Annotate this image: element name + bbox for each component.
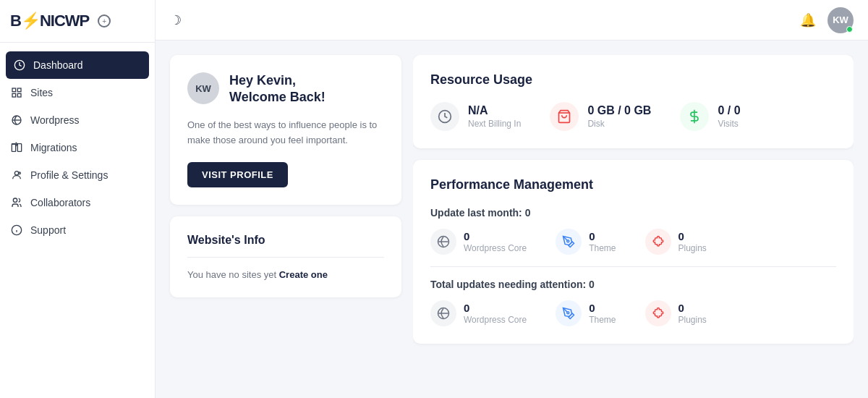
wp-core-info: 0 Wordpress Core <box>464 230 527 253</box>
create-site-link[interactable]: Create one <box>279 269 328 280</box>
sidebar-item-dashboard[interactable]: Dashboard <box>6 51 149 79</box>
svg-point-16 <box>567 240 569 242</box>
welcome-quote: One of the best ways to influence people… <box>187 118 384 148</box>
add-site-icon[interactable]: + <box>98 14 111 27</box>
plugins2-info: 0 Plugins <box>678 302 707 325</box>
svg-rect-2 <box>17 88 21 92</box>
wp-core2-info: 0 Wordpress Core <box>464 302 527 325</box>
dashboard-icon <box>13 59 26 72</box>
attention-items: 0 Wordpress Core 0 Theme <box>430 300 836 326</box>
websites-info-card: Website's Info You have no sites yet Cre… <box>170 216 401 297</box>
migrations-icon <box>10 141 23 154</box>
plugins-info: 0 Plugins <box>678 230 707 253</box>
sidebar-item-wordpress[interactable]: Wordpress <box>0 106 155 134</box>
welcome-avatar: KW <box>187 72 219 104</box>
welcome-card: KW Hey Kevin, Welcome Back! One of the b… <box>170 55 401 205</box>
svg-point-10 <box>13 198 17 202</box>
svg-point-18 <box>567 312 569 314</box>
svg-point-8 <box>14 172 18 175</box>
sites-icon <box>10 86 23 99</box>
resource-usage-card: Resource Usage N/A Next Billing In <box>413 55 854 148</box>
plugins2-count: 0 <box>678 302 707 314</box>
profile-settings-label: Profile & Settings <box>30 169 108 181</box>
visits-icon-wrap <box>680 102 709 131</box>
performance-card: Performance Management Update last month… <box>413 160 854 344</box>
topbar-left: ☽ <box>170 12 182 28</box>
bolt-icon: ⚡ <box>21 12 40 30</box>
migrations-label: Migrations <box>30 142 77 153</box>
theme2-label: Theme <box>589 315 616 325</box>
perf-plugins-2: 0 Plugins <box>645 300 707 326</box>
visits-label: Visits <box>718 119 740 129</box>
greeting-line1: Hey Kevin, <box>229 73 296 88</box>
collaborators-label: Collaborators <box>30 197 90 208</box>
disk-info: 0 GB / 0 GB Disk <box>587 104 651 129</box>
attention-subtitle: Total updates needing attention: 0 <box>430 279 836 290</box>
support-icon <box>10 224 23 237</box>
theme-count: 0 <box>589 230 616 242</box>
notifications-icon[interactable]: 🔔 <box>800 12 816 28</box>
disk-label: Disk <box>587 119 651 129</box>
websites-info-title: Website's Info <box>187 234 384 258</box>
sidebar-item-collaborators[interactable]: Collaborators <box>0 189 155 216</box>
disk-icon <box>557 109 571 124</box>
welcome-header: KW Hey Kevin, Welcome Back! <box>187 72 384 106</box>
greeting-line2: Welcome Back! <box>229 90 326 104</box>
sidebar-item-support[interactable]: Support <box>0 216 155 244</box>
perf-theme: 0 Theme <box>556 229 616 255</box>
visits-value: 0 / 0 <box>718 104 740 117</box>
wp-core2-icon <box>430 300 456 326</box>
theme2-info: 0 Theme <box>589 302 616 325</box>
support-label: Support <box>30 224 66 236</box>
last-month-subtitle: Update last month: 0 <box>430 207 836 219</box>
svg-point-9 <box>19 172 21 174</box>
no-sites-text: You have no sites yet Create one <box>187 269 384 280</box>
perf-theme-2: 0 Theme <box>556 300 616 326</box>
sidebar: B⚡NICWP + Dashboard Sites Wordpress <box>0 0 156 398</box>
welcome-greeting: Hey Kevin, Welcome Back! <box>229 72 326 106</box>
left-column: KW Hey Kevin, Welcome Back! One of the b… <box>170 55 401 384</box>
sidebar-item-profile-settings[interactable]: Profile & Settings <box>0 161 155 189</box>
svg-rect-3 <box>17 93 21 97</box>
theme-icon <box>556 229 582 255</box>
disk-icon-wrap <box>550 102 579 131</box>
disk-value: 0 GB / 0 GB <box>587 104 651 117</box>
resource-usage-title: Resource Usage <box>430 72 836 88</box>
wp-core-count: 0 <box>464 230 527 242</box>
wp-core-label: Wordpress Core <box>464 243 527 253</box>
sidebar-nav: Dashboard Sites Wordpress Migrations Pro <box>0 43 155 398</box>
logo-text: B⚡NICWP <box>10 12 89 30</box>
logo: B⚡NICWP + <box>0 0 155 43</box>
sites-label: Sites <box>30 87 53 98</box>
sidebar-item-sites[interactable]: Sites <box>0 79 155 106</box>
no-sites-label: You have no sites yet <box>187 269 279 280</box>
profile-settings-icon <box>10 169 23 182</box>
plugins-icon <box>645 229 671 255</box>
clock-icon <box>438 109 452 124</box>
plugins-label: Plugins <box>678 243 707 253</box>
plugins-count: 0 <box>678 230 707 242</box>
resource-disk: 0 GB / 0 GB Disk <box>550 102 651 131</box>
dashboard-label: Dashboard <box>33 59 83 71</box>
visit-profile-button[interactable]: VISIT PROFILE <box>187 162 288 187</box>
svg-rect-6 <box>12 144 15 152</box>
welcome-avatar-initials: KW <box>195 83 211 94</box>
topbar-right: 🔔 KW <box>800 7 854 33</box>
wp-core-icon <box>430 229 456 255</box>
theme2-count: 0 <box>589 302 616 314</box>
plugins2-icon <box>645 300 671 326</box>
main-content: ☽ 🔔 KW KW Hey Kevin, <box>156 0 868 398</box>
sidebar-item-migrations[interactable]: Migrations <box>0 134 155 161</box>
dark-mode-icon[interactable]: ☽ <box>170 12 182 28</box>
wordpress-icon <box>10 114 23 127</box>
billing-label: Next Billing In <box>468 119 521 129</box>
user-avatar[interactable]: KW <box>827 7 854 33</box>
plugins2-label: Plugins <box>678 315 707 325</box>
right-column: Resource Usage N/A Next Billing In <box>413 55 854 384</box>
theme2-icon <box>556 300 582 326</box>
divider <box>430 266 836 267</box>
wp-core2-count: 0 <box>464 302 527 314</box>
resource-billing: N/A Next Billing In <box>430 102 521 131</box>
visits-info: 0 / 0 Visits <box>718 104 740 129</box>
resource-items: N/A Next Billing In 0 GB / 0 GB Disk <box>430 102 836 131</box>
